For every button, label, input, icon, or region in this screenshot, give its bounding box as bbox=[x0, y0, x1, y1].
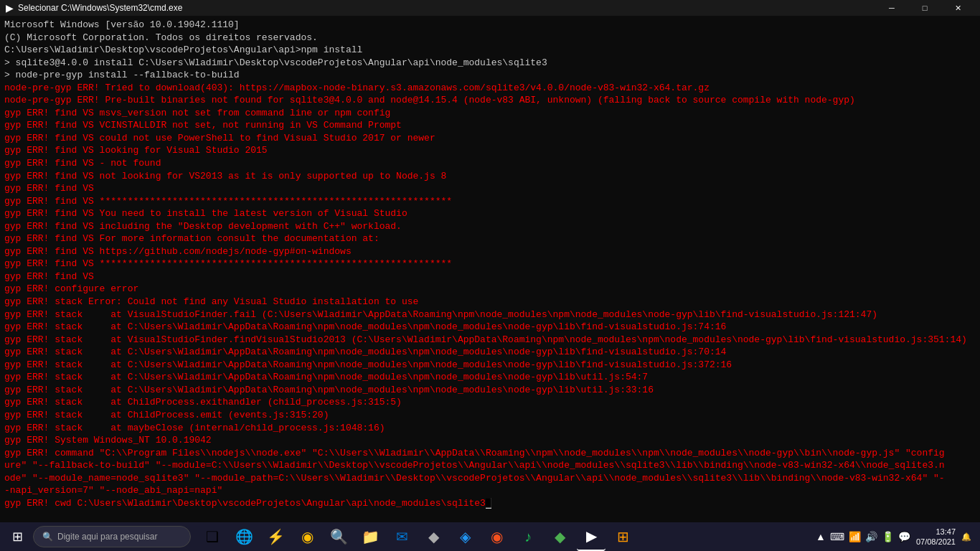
search-bar[interactable]: 🔍 Digite aqui para pesquisar bbox=[33, 526, 191, 547]
title-bar: ▶ Selecionar C:\Windows\System32\cmd.exe… bbox=[0, 0, 980, 16]
cmd-icon: ▶ bbox=[6, 2, 14, 14]
app1-btn[interactable]: ◆ bbox=[419, 522, 448, 551]
tray-up-icon[interactable]: ▲ bbox=[816, 531, 826, 542]
clock-time: 13:47 bbox=[916, 527, 956, 537]
tray-volume-icon[interactable]: 🔊 bbox=[865, 531, 877, 542]
edge-btn[interactable]: 🌐 bbox=[230, 522, 258, 551]
app4-btn[interactable]: ◆ bbox=[545, 522, 574, 551]
app3-btn[interactable]: ◉ bbox=[482, 522, 511, 551]
taskbar-center: ❑ 🌐 ⚡ ◉ 🔍 📁 ✉ ◆ ◈ ◉ ♪ ◆ ▶ ⊞ bbox=[198, 522, 637, 551]
mail-btn[interactable]: ✉ bbox=[387, 522, 416, 551]
close-button[interactable]: ✕ bbox=[941, 0, 974, 16]
notification-btn[interactable]: 🔔 bbox=[961, 532, 971, 542]
app5-btn[interactable]: ⊞ bbox=[608, 522, 637, 551]
taskbar: ⊞ 🔍 Digite aqui para pesquisar ❑ 🌐 ⚡ ◉ 🔍… bbox=[0, 522, 980, 551]
chrome-btn[interactable]: ◉ bbox=[293, 522, 321, 551]
maximize-button[interactable]: □ bbox=[908, 0, 941, 16]
window-title: Selecionar C:\Windows\System32\cmd.exe bbox=[18, 3, 182, 13]
vscode-btn[interactable]: ⚡ bbox=[261, 522, 290, 551]
cmd-taskbar-btn[interactable]: ▶ bbox=[577, 522, 606, 551]
tray-icons: ▲ ⌨ 📶 🔊 🔋 💬 bbox=[816, 531, 910, 542]
start-button[interactable]: ⊞ bbox=[3, 522, 32, 551]
system-tray: ▲ ⌨ 📶 🔊 🔋 💬 13:47 07/08/2021 🔔 bbox=[810, 527, 977, 547]
spotify-btn[interactable]: ♪ bbox=[514, 522, 542, 551]
tray-network-icon[interactable]: 📶 bbox=[849, 531, 861, 542]
search-placeholder: Digite aqui para pesquisar bbox=[57, 532, 157, 542]
tray-clock[interactable]: 13:47 07/08/2021 bbox=[916, 527, 956, 547]
files-btn[interactable]: 📁 bbox=[356, 522, 385, 551]
clock-date: 07/08/2021 bbox=[916, 537, 956, 547]
task-view-btn[interactable]: ❑ bbox=[198, 522, 227, 551]
title-bar-controls: ─ □ ✕ bbox=[875, 0, 974, 16]
search-btn[interactable]: 🔍 bbox=[324, 522, 353, 551]
app2-btn[interactable]: ◈ bbox=[451, 522, 479, 551]
cmd-window: Microsoft Windows [versão 10.0.19042.111… bbox=[0, 16, 980, 522]
tray-battery-icon[interactable]: 🔋 bbox=[882, 531, 894, 542]
search-icon: 🔍 bbox=[42, 532, 53, 542]
minimize-button[interactable]: ─ bbox=[875, 0, 908, 16]
title-bar-left: ▶ Selecionar C:\Windows\System32\cmd.exe bbox=[6, 2, 182, 14]
tray-msg-icon[interactable]: 💬 bbox=[898, 531, 910, 542]
tray-keyboard-icon: ⌨ bbox=[830, 531, 844, 542]
